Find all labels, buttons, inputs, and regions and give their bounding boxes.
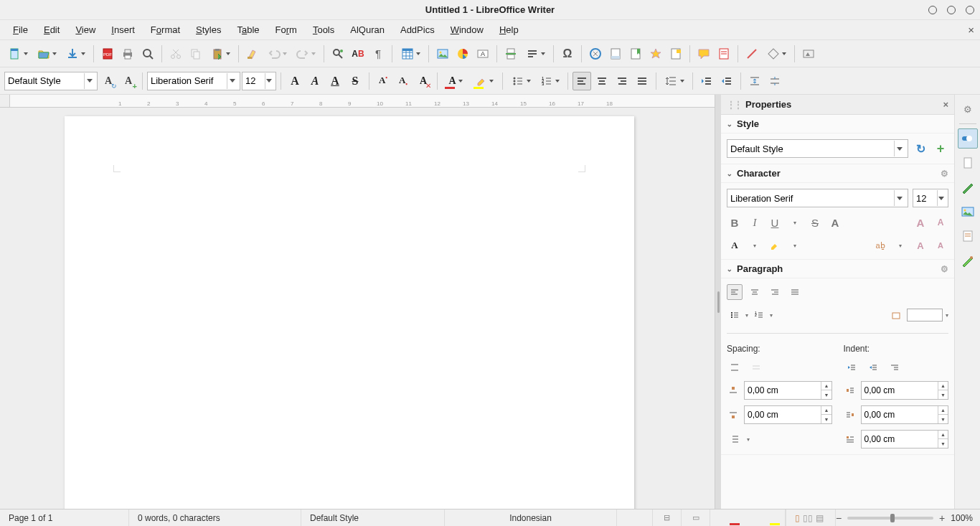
line-button[interactable] <box>743 44 761 63</box>
sb-inc-indent-button[interactable] <box>844 360 859 375</box>
subscript-button[interactable]: A• <box>394 72 413 90</box>
zoom-slider[interactable] <box>847 517 933 520</box>
sb-char-spacing-drop[interactable]: ▾ <box>892 238 908 253</box>
comment-button[interactable] <box>694 44 713 63</box>
bold-button[interactable]: A <box>286 72 304 90</box>
superscript-button[interactable]: A• <box>374 72 392 90</box>
insert-comment-button[interactable] <box>666 44 685 63</box>
tab-page[interactable] <box>958 153 978 173</box>
insert-chart-button[interactable] <box>453 44 472 63</box>
sb-underline-drop[interactable]: ▾ <box>787 215 803 230</box>
sb-highlight-button[interactable] <box>767 238 783 253</box>
numbering-button[interactable]: 123 <box>536 72 563 90</box>
zoom-out-button[interactable]: − <box>836 512 842 524</box>
sb-font-color-drop[interactable]: ▾ <box>747 238 763 253</box>
insert-special-char-button[interactable]: Ω <box>558 44 577 63</box>
close-button[interactable] <box>966 6 974 14</box>
right-indent-field[interactable]: ▲▼ <box>861 405 949 424</box>
sb-numbering-button[interactable]: 12 <box>751 307 767 323</box>
below-spacing-field[interactable]: ▲▼ <box>744 405 832 424</box>
sidebar-settings-icon[interactable]: ⚙ <box>958 99 978 119</box>
sb-align-left-button[interactable] <box>727 284 743 300</box>
formatting-marks-button[interactable]: ¶ <box>369 44 387 63</box>
menu-alquran[interactable]: AlQuran <box>343 22 392 38</box>
increase-para-spacing-button[interactable] <box>745 72 764 90</box>
zoom-value[interactable]: 100% <box>951 513 973 523</box>
section-paragraph-head[interactable]: Paragraph ⚙ <box>721 260 954 278</box>
bullets-button[interactable] <box>507 72 534 90</box>
new-style-icon[interactable]: + <box>933 141 948 156</box>
chevron-down-icon[interactable] <box>84 73 94 89</box>
gear-icon[interactable]: ⚙ <box>941 169 948 179</box>
sb-align-justify-button[interactable] <box>787 284 803 300</box>
find-replace-button[interactable] <box>329 44 347 63</box>
status-selection-mode[interactable]: ⊟ <box>653 509 682 526</box>
status-page[interactable]: Page 1 of 1 <box>0 509 129 526</box>
menu-insert[interactable]: Insert <box>104 22 142 38</box>
chevron-down-icon[interactable] <box>937 190 945 206</box>
sb-superscript-button[interactable]: A <box>913 238 928 253</box>
sb-align-right-button[interactable] <box>767 284 783 300</box>
sb-bgcolor-button[interactable] <box>888 307 904 323</box>
status-insert-mode[interactable] <box>617 509 653 526</box>
menu-file[interactable]: File <box>6 22 35 38</box>
tab-properties[interactable] <box>958 128 978 149</box>
align-left-button[interactable] <box>573 72 591 90</box>
chevron-down-icon[interactable] <box>894 141 905 156</box>
insert-cross-ref-button[interactable] <box>646 44 665 63</box>
underline-button[interactable]: A <box>326 72 344 90</box>
maximize-button[interactable] <box>947 6 956 14</box>
menu-format[interactable]: Format <box>143 22 187 38</box>
sb-highlight-drop[interactable]: ▾ <box>787 238 803 253</box>
show-draw-button[interactable] <box>799 44 818 63</box>
tab-styles[interactable] <box>958 177 978 197</box>
strikethrough-button[interactable]: S <box>346 72 364 90</box>
sidebar-font-input[interactable] <box>730 193 892 204</box>
sb-shadow-button[interactable]: A <box>827 215 843 230</box>
sidebar-splitter[interactable] <box>715 95 721 509</box>
sidebar-style-input[interactable] <box>730 144 892 154</box>
align-right-button[interactable] <box>613 72 631 90</box>
paragraph-style-input[interactable] <box>8 75 83 86</box>
spellcheck-button[interactable]: AB <box>349 44 367 63</box>
sb-dec-spacing-button[interactable] <box>748 360 764 375</box>
print-preview-button[interactable] <box>138 44 157 63</box>
section-style-head[interactable]: Style <box>721 115 954 133</box>
font-size-input[interactable] <box>245 75 263 86</box>
sidebar-style-combo[interactable] <box>727 139 908 158</box>
align-center-button[interactable] <box>593 72 611 90</box>
paste-button[interactable] <box>207 44 234 63</box>
sb-dec-indent-button[interactable] <box>865 360 881 375</box>
close-document-icon[interactable]: × <box>968 24 974 36</box>
paragraph-style-combo[interactable] <box>4 72 98 90</box>
chevron-down-icon[interactable] <box>894 190 905 206</box>
chevron-down-icon[interactable] <box>265 73 273 89</box>
sb-bullets-button[interactable] <box>727 307 743 323</box>
insert-footnote-button[interactable] <box>606 44 625 63</box>
above-spacing-field[interactable]: ▲▼ <box>744 381 832 400</box>
insert-hyperlink-button[interactable] <box>586 44 605 63</box>
tab-navigator[interactable] <box>958 226 978 246</box>
zoom-in-button[interactable]: + <box>939 512 945 524</box>
chevron-down-icon[interactable] <box>227 73 237 89</box>
menu-addpics[interactable]: AddPics <box>393 22 442 38</box>
font-size-combo[interactable] <box>242 72 276 90</box>
new-style-button[interactable]: A+ <box>119 72 138 90</box>
open-button[interactable] <box>33 44 60 63</box>
gear-icon[interactable]: ⚙ <box>941 264 948 274</box>
sb-underline-button[interactable]: U <box>767 215 783 230</box>
menu-table[interactable]: Table <box>230 22 266 38</box>
sb-bold-button[interactable]: B <box>727 215 743 230</box>
clone-formatting-button[interactable] <box>243 44 262 63</box>
status-words[interactable]: 0 words, 0 characters <box>129 509 301 526</box>
new-button[interactable] <box>4 44 32 63</box>
undo-button[interactable] <box>263 44 291 63</box>
sb-hanging-indent-button[interactable] <box>887 360 903 375</box>
update-style-icon[interactable]: ↻ <box>913 141 928 156</box>
sb-line-spacing-button[interactable] <box>727 431 743 447</box>
increase-indent-button[interactable] <box>697 72 716 90</box>
menu-edit[interactable]: Edit <box>37 22 67 38</box>
update-style-button[interactable]: A↻ <box>99 72 118 90</box>
sb-italic-button[interactable]: I <box>747 215 763 230</box>
font-color-button[interactable]: A <box>442 72 469 90</box>
